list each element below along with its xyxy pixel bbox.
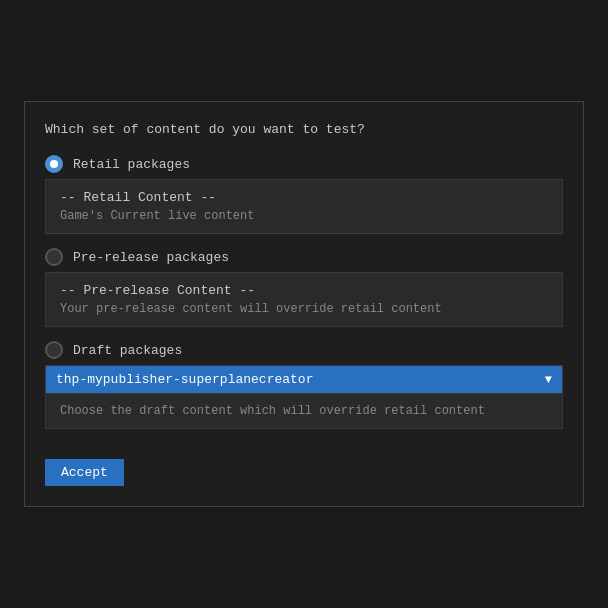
prerelease-content-title: -- Pre-release Content --: [60, 283, 548, 298]
retail-label-text: Retail packages: [73, 157, 190, 172]
prerelease-content-desc: Your pre-release content will override r…: [60, 302, 548, 316]
draft-radio[interactable]: [45, 341, 63, 359]
prerelease-radio[interactable]: [45, 248, 63, 266]
accept-button[interactable]: Accept: [45, 459, 124, 486]
retail-content-box: -- Retail Content -- Game's Current live…: [45, 179, 563, 234]
draft-content-box: Choose the draft content which will over…: [45, 394, 563, 429]
draft-content-desc: Choose the draft content which will over…: [60, 404, 548, 418]
retail-radio[interactable]: [45, 155, 63, 173]
dialog-question: Which set of content do you want to test…: [45, 122, 563, 137]
draft-dropdown-value: thp-mypublisher-superplanecreator: [56, 372, 313, 387]
prerelease-content-box: -- Pre-release Content -- Your pre-relea…: [45, 272, 563, 327]
draft-option-section: Draft packages thp-mypublisher-superplan…: [45, 341, 563, 429]
retail-content-desc: Game's Current live content: [60, 209, 548, 223]
retail-content-title: -- Retail Content --: [60, 190, 548, 205]
draft-dropdown[interactable]: thp-mypublisher-superplanecreator ▼: [45, 365, 563, 394]
chevron-down-icon: ▼: [545, 373, 552, 387]
prerelease-label-text: Pre-release packages: [73, 250, 229, 265]
draft-label-text: Draft packages: [73, 343, 182, 358]
retail-option-label[interactable]: Retail packages: [45, 155, 563, 173]
content-selection-dialog: Which set of content do you want to test…: [24, 101, 584, 507]
retail-option-section: Retail packages -- Retail Content -- Gam…: [45, 155, 563, 234]
draft-option-label[interactable]: Draft packages: [45, 341, 563, 359]
prerelease-option-section: Pre-release packages -- Pre-release Cont…: [45, 248, 563, 327]
prerelease-option-label[interactable]: Pre-release packages: [45, 248, 563, 266]
